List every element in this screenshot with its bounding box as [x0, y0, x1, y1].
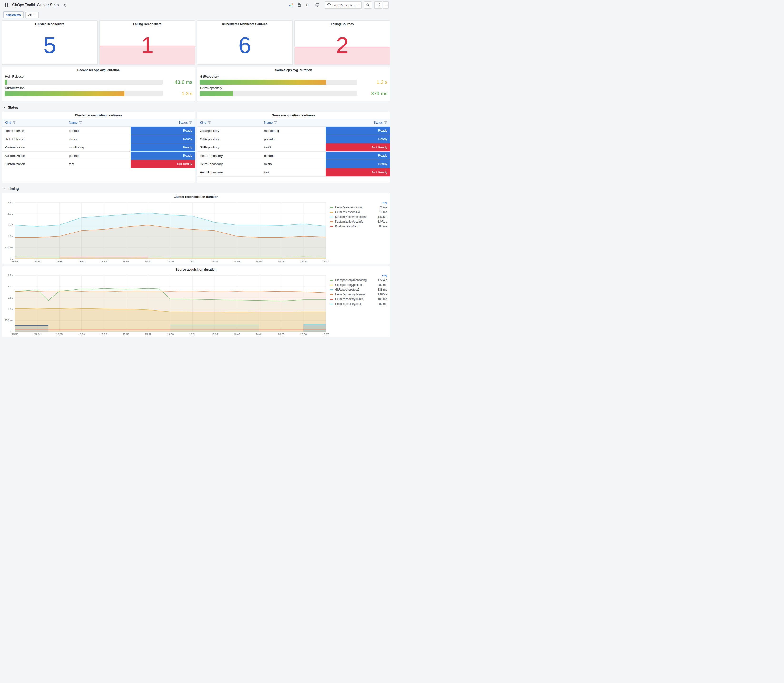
svg-text:500 ms: 500 ms [5, 246, 13, 249]
chart-canvas[interactable]: 15:5315:5415:5515:5615:5715:5815:5916:00… [2, 200, 329, 264]
svg-text:16:04: 16:04 [256, 333, 263, 336]
table-row[interactable]: KustomizationmonitoringReady [2, 143, 195, 152]
legend-item[interactable]: HelmRepository/test289 ms [330, 301, 387, 306]
filter-icon [79, 121, 82, 125]
table-row[interactable]: HelmRepositorytestNot Ready [197, 168, 390, 176]
table-row[interactable]: HelmRepositorybitnamiReady [197, 152, 390, 160]
series-name: HelmRelease/minio [335, 210, 360, 214]
chart-canvas[interactable]: 15:5315:5415:5515:5615:5715:5815:5916:00… [2, 273, 329, 337]
cell-kind: HelmRepository [197, 160, 261, 168]
series-name: Kustomization/monitoring [335, 215, 367, 218]
table-row[interactable]: KustomizationtestNot Ready [2, 160, 195, 168]
svg-text:15:56: 15:56 [78, 333, 85, 336]
series-name: HelmRepository/minio [335, 297, 363, 301]
section-title: Timing [8, 187, 19, 191]
time-range-picker[interactable]: Last 15 minutes [325, 2, 362, 8]
variables-row: namespace All [0, 10, 392, 21]
table-row[interactable]: GitRepositorypodinfoReady [197, 135, 390, 143]
legend-item[interactable]: HelmRepository/bitnami1.695 s [330, 292, 387, 297]
section-row-status[interactable]: Status [2, 103, 390, 112]
cell-kind: HelmRepository [197, 168, 261, 176]
share-icon[interactable] [61, 2, 67, 8]
series-color-swatch [330, 221, 333, 222]
series-name: HelmRepository/test [335, 302, 361, 306]
tv-mode-icon[interactable] [314, 2, 321, 8]
column-header-name[interactable]: Name [66, 119, 131, 127]
cell-name: bitnami [261, 152, 325, 160]
legend-item[interactable]: Kustomization/monitoring1.605 s [330, 215, 387, 219]
svg-text:500 ms: 500 ms [5, 319, 13, 322]
settings-gear-icon[interactable]: ⚙ [304, 2, 310, 8]
series-color-swatch [330, 207, 333, 208]
refresh-button[interactable] [374, 2, 382, 8]
legend-item[interactable]: GitRepository/monitoring1.594 s [330, 278, 387, 282]
column-header-name[interactable]: Name [261, 119, 325, 127]
svg-text:15:55: 15:55 [56, 260, 63, 263]
series-avg-value: 71 ms [377, 205, 387, 209]
apps-grid-icon[interactable] [3, 2, 10, 8]
table-body: GitRepositorymonitoringReadyGitRepositor… [197, 127, 390, 176]
cell-name: minio [66, 135, 131, 143]
table-row[interactable]: HelmReleaseminioReady [2, 135, 195, 143]
stat-panel-failing-sources[interactable]: Failing Sources 2 [294, 21, 390, 65]
gauge-track [5, 91, 163, 96]
add-panel-icon[interactable] [288, 2, 295, 8]
stat-panel-failing-reconcilers[interactable]: Failing Reconcilers 1 [99, 21, 195, 65]
status-badge: Ready [131, 127, 195, 135]
column-header-status[interactable]: Status [325, 119, 390, 127]
status-badge: Ready [131, 143, 195, 151]
table-row[interactable]: GitRepositorytest2Not Ready [197, 143, 390, 152]
filter-icon [208, 121, 211, 125]
legend-item[interactable]: Kustomization/podinfo1.071 s [330, 219, 387, 224]
gauge-bar [200, 80, 326, 85]
variable-namespace-value: All [28, 13, 31, 17]
table-row[interactable]: HelmReleasecontourReady [2, 127, 195, 135]
legend-item[interactable]: HelmRelease/contour71 ms [330, 205, 387, 210]
svg-text:16:00: 16:00 [167, 333, 174, 336]
time-series-plot[interactable]: 15:5315:5415:5515:5615:5715:5815:5916:00… [2, 273, 329, 337]
legend-item[interactable]: HelmRepository/minio108 ms [330, 297, 387, 301]
gauge-row-helmrelease: HelmRelease 43.6 ms [5, 75, 192, 85]
column-header-kind[interactable]: Kind [2, 119, 66, 127]
legend-item[interactable]: HelmRelease/minio16 ms [330, 210, 387, 215]
chevron-down-icon [3, 187, 6, 191]
svg-text:15:54: 15:54 [34, 333, 40, 336]
section-title: Status [8, 106, 18, 109]
save-dashboard-icon[interactable] [296, 2, 303, 8]
svg-text:15:58: 15:58 [123, 333, 129, 336]
section-row-timing[interactable]: Timing [2, 185, 390, 193]
stat-panel-cluster-reconcilers[interactable]: Cluster Reconcilers 5 [2, 21, 98, 65]
column-header-kind[interactable]: Kind [197, 119, 261, 127]
panel-title: Reconciler ops avg. duration [5, 67, 192, 74]
time-series-plot[interactable]: 15:5315:5415:5515:5615:5715:5815:5916:00… [2, 200, 329, 264]
cell-kind: Kustomization [2, 160, 66, 168]
legend-list: GitRepository/monitoring1.594 sGitReposi… [330, 278, 387, 306]
status-badge: Ready [325, 152, 390, 160]
table-row[interactable]: HelmRepositoryminioReady [197, 160, 390, 168]
filter-icon [13, 121, 16, 125]
refresh-interval-dropdown[interactable] [383, 2, 389, 8]
svg-text:0 s: 0 s [10, 330, 13, 333]
legend-item[interactable]: GitRepository/podinfo980 ms [330, 282, 387, 287]
series-avg-value: 338 ms [376, 288, 387, 291]
cell-name: podinfo [261, 135, 325, 143]
table-row[interactable]: GitRepositorymonitoringReady [197, 127, 390, 135]
stat-panel-k8s-manifests-sources[interactable]: Kubernetes Manifests Sources 6 [197, 21, 293, 65]
chart-legend: avg HelmRelease/contour71 msHelmRelease/… [329, 200, 390, 264]
svg-text:16:03: 16:03 [234, 260, 240, 263]
column-header-status[interactable]: Status [131, 119, 195, 127]
svg-text:0 s: 0 s [10, 257, 13, 260]
legend-item[interactable]: GitRepository/test2338 ms [330, 287, 387, 292]
variable-namespace-select[interactable]: All [26, 12, 38, 18]
series-name: HelmRepository/bitnami [335, 293, 366, 296]
series-avg-value: 16 ms [377, 210, 387, 214]
cell-name: monitoring [66, 143, 131, 152]
legend-item[interactable]: Kustomization/test84 ms [330, 224, 387, 229]
status-badge: Not Ready [325, 143, 390, 151]
cell-kind: HelmRelease [2, 127, 66, 135]
table-row[interactable]: KustomizationpodinfoReady [2, 152, 195, 160]
variable-namespace-label[interactable]: namespace [3, 11, 24, 18]
zoom-out-button[interactable] [364, 2, 372, 8]
series-avg-value: 289 ms [376, 302, 387, 306]
series-color-swatch [330, 216, 333, 217]
